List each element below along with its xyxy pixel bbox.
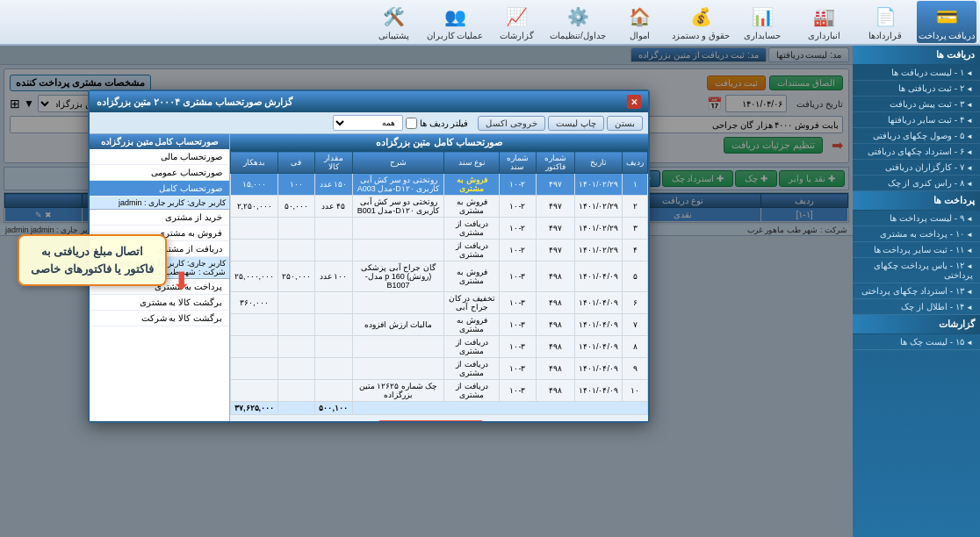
menu-user-bar-1: کاربر جاری: کاربر جاری : jadmin — [90, 197, 229, 210]
toolbar-tables-label: جداول/تنظیمات — [550, 31, 606, 40]
table-row[interactable]: ۲۱۴۰۱/۰۲/۲۹۴۹۷۱۰-۲ فروش به مشتری روتختی … — [231, 196, 648, 218]
down-arrow-icon: ⬇ — [632, 420, 645, 421]
modal-excel-btn[interactable]: خروجی اکسل — [478, 116, 545, 131]
menu-item-complete[interactable]: صورتحساب کامل — [90, 181, 229, 197]
menu-item-buy[interactable]: خرید از مشتری — [90, 210, 229, 226]
toolbar-reports-label: گزارشات — [500, 31, 534, 40]
toolbar-accounting-label: حسابداری — [744, 31, 781, 40]
modal-col-desc: شرح — [352, 152, 444, 174]
modal-col-price: فی — [278, 152, 315, 174]
modal-title-bar: ✕ گزارش صورتحساب مشتری ۲۰۰۰۴ متین بزرگزا… — [90, 91, 648, 112]
warehouse-icon: 🏭 — [811, 4, 836, 29]
receive-pay-icon: 💳 — [934, 4, 959, 29]
sidebar-item-4[interactable]: ۴ - ثبت سایر دریافتها — [853, 112, 980, 128]
menu-item-financial[interactable]: صورتحساب مالی — [90, 149, 229, 165]
modal-toolbar: بستن چاپ لیست خروجی اکسل فیلتر ردیف ها ه… — [90, 112, 648, 134]
toolbar-accounting[interactable]: 📊 حسابداری — [732, 1, 792, 43]
table-row[interactable]: ۳۱۴۰۱/۰۲/۲۹۴۹۷۱۰-۲ دریافت از مشتری — [231, 218, 648, 240]
table-row[interactable]: ۵۱۴۰۱/۰۴/۰۹۴۹۸۱۰-۳ فروش به مشتری گان جرا… — [231, 261, 648, 292]
assets-icon: 🏠 — [627, 4, 652, 29]
balance-area: ⬇ مانده : ۸,۳۶۰,۰۰۰ بد — [230, 415, 648, 421]
toolbar-payroll-label: حقوق و دستمزد — [672, 31, 730, 40]
contracts-icon: 📄 — [873, 4, 897, 29]
sidebar-item-6[interactable]: ۶ - استرداد چکهای دریافتی — [853, 144, 980, 160]
sidebar-item-7[interactable]: ۷ - کارگزاران دریافتی — [853, 160, 980, 175]
sidebar-section-pay: پرداخت ها — [853, 191, 980, 211]
toolbar-contracts-label: قراردادها — [868, 31, 902, 40]
toolbar-reports[interactable]: 📈 گزارشات — [486, 1, 546, 43]
toolbar-tables[interactable]: ⚙️ جداول/تنظیمات — [548, 1, 608, 43]
toolbar-payroll[interactable]: 💰 حقوق و دستمزد — [671, 1, 731, 43]
modal-print-btn[interactable]: چاپ لیست — [548, 116, 604, 131]
total-qty: ۵۰۰,۱۰۰ — [314, 402, 352, 415]
main-layout: دریافت ها ۱ - لیست دریافت ها ۲ - ثبت دری… — [0, 46, 980, 537]
tables-icon: ⚙️ — [566, 4, 590, 29]
toolbar-receive-pay-label: دریافت پرداخت — [919, 31, 976, 40]
right-sidebar: دریافت ها ۱ - لیست دریافت ها ۲ - ثبت دری… — [853, 46, 980, 537]
sidebar-item-8[interactable]: ۸ - راس کنری از چک — [853, 175, 980, 191]
sidebar-item-9[interactable]: ۹ - لیست پرداخت ها — [853, 211, 980, 226]
table-row[interactable]: ۱۰۱۴۰۱/۰۴/۰۹۴۹۸۱۰-۳ دریافت از مشتری چک ش… — [231, 380, 648, 402]
table-row[interactable]: ۸۱۴۰۱/۰۴/۰۹۴۹۸۱۰-۳ دریافت از مشتری — [231, 336, 648, 358]
sidebar-item-10[interactable]: ۱۰ - پرداخت به مشتری — [853, 226, 980, 242]
support-icon: 🛠️ — [381, 4, 406, 29]
table-row[interactable]: ۶۱۴۰۱/۰۴/۰۹۴۹۸۱۰-۳ تخفیف در کان جراح آبی… — [231, 292, 648, 314]
modal-close-button[interactable]: ✕ — [627, 95, 641, 109]
modal-col-qty: مقدار کالا — [314, 152, 352, 174]
sidebar-item-14[interactable]: ۱۴ - اطلال از چک — [853, 299, 980, 315]
toolbar-users-label: عملیات کاربران — [427, 31, 484, 40]
toolbar-users[interactable]: 👥 عملیات کاربران — [425, 1, 485, 43]
modal-table: ردیف تاریخ شماره فاکتور شماره سند نوع سن… — [230, 151, 648, 415]
toolbar-assets-label: اموال — [630, 31, 650, 40]
toolbar-support[interactable]: 🛠️ پشتیبانی — [364, 1, 423, 43]
sidebar-item-13[interactable]: ۱۳ - استرداد چکهای پرداختی — [853, 283, 980, 299]
payroll-icon: 💰 — [688, 4, 713, 29]
menu-item-return-to-customer[interactable]: برگشت کالا به مشتری — [90, 295, 229, 311]
toolbar-assets[interactable]: 🏠 اموال — [609, 1, 669, 43]
modal-col-row: ردیف — [623, 152, 648, 174]
totals-row: ۵۰۰,۱۰۰ ۳۷,۶۲۵,۰۰۰ — [231, 402, 648, 415]
table-row[interactable]: ۴۱۴۰۱/۰۲/۲۹۴۹۷۱۰-۲ دریافت از مشتری — [231, 240, 648, 261]
table-row[interactable]: ۱۱۴۰۱/۰۲/۲۹۴۹۷۱۰-۲ فروش به مشتری روتختی … — [231, 174, 648, 196]
sidebar-item-15[interactable]: ۱۵ - لیست چک ها — [853, 334, 980, 350]
modal-title: گزارش صورتحساب مشتری ۲۰۰۰۴ متین بزرگزاده — [97, 97, 292, 108]
users-icon: 👥 — [443, 4, 467, 29]
toolbar-contracts[interactable]: 📄 قراردادها — [855, 1, 915, 43]
sidebar-item-2[interactable]: ۲ - ثبت دریافتی ها — [853, 81, 980, 97]
modal-overlay: ✕ گزارش صورتحساب مشتری ۲۰۰۰۴ متین بزرگزا… — [0, 46, 853, 537]
filter-dropdown[interactable]: همه — [333, 115, 403, 131]
modal-table-area: صورتحساب کامل متین بزرگزاده ردیف تاریخ ش… — [230, 134, 648, 421]
toolbar-warehouse[interactable]: 🏭 انبارداری — [794, 1, 854, 43]
filter-label: فیلتر ردیف ها — [420, 118, 469, 128]
sidebar-item-3[interactable]: ۳ - ثبت پیش دریافت — [853, 97, 980, 112]
table-row[interactable]: ۷۱۴۰۱/۰۴/۰۹۴۹۸۱۰-۳ فروش به مشتریمالیات ا… — [231, 314, 648, 336]
toolbar-receive-pay[interactable]: 💳 دریافت پرداخت — [917, 1, 976, 43]
main-toolbar: 💳 دریافت پرداخت 📄 قراردادها 🏭 انبارداری … — [0, 0, 980, 46]
toolbar-warehouse-label: انبارداری — [808, 31, 840, 40]
table-row[interactable]: ۹۱۴۰۱/۰۴/۰۹۴۹۸۱۰-۳ دریافت از مشتری — [231, 358, 648, 380]
toolbar-support-label: پشتیبانی — [378, 31, 409, 40]
modal-col-type: نوع سند — [444, 152, 500, 174]
modal-col-doc: شماره سند — [500, 152, 536, 174]
sidebar-item-12[interactable]: ۱۲ - یاس پرداخت چکهای پرداختی — [853, 258, 980, 283]
menu-item-return-to-company[interactable]: برگشت کالا به شرکت — [90, 311, 229, 326]
modal-col-date: تاریخ — [574, 152, 622, 174]
annotation-arrow: ⬇ — [171, 267, 191, 296]
reports-icon: 📈 — [504, 4, 529, 29]
annotation-bubble: اتصال مبلغ دریافتی به فاکتور یا فاکتورها… — [18, 234, 167, 286]
menu-title: صورتحساب کامل متین بزرگزاده — [90, 134, 229, 149]
filter-checkbox[interactable] — [406, 118, 417, 129]
sidebar-item-1[interactable]: ۱ - لیست دریافت ها — [853, 65, 980, 81]
modal-col-invoice: شماره فاکتور — [536, 152, 574, 174]
balance-badge: مانده : ۸,۳۶۰,۰۰۰ بد — [378, 420, 484, 421]
modal-close-btn[interactable]: بستن — [607, 116, 643, 131]
sidebar-section-receive: دریافت ها — [853, 46, 980, 65]
sidebar-item-11[interactable]: ۱۱ - ثبت سایر پرداخت ها — [853, 242, 980, 258]
sidebar-item-5[interactable]: ۵ - وصول چکهای دریافتی — [853, 128, 980, 144]
menu-item-general[interactable]: صورتحساب عمومی — [90, 165, 229, 181]
modal-dialog: ✕ گزارش صورتحساب مشتری ۲۰۰۰۴ متین بزرگزا… — [88, 90, 650, 423]
content-area: مد: لیست دریافتها مد: ثبت دریافت از متین… — [0, 46, 853, 537]
accounting-icon: 📊 — [750, 4, 775, 29]
total-debit: ۳۷,۶۲۵,۰۰۰ — [231, 402, 278, 415]
modal-col-debit: بدهکار — [231, 152, 278, 174]
